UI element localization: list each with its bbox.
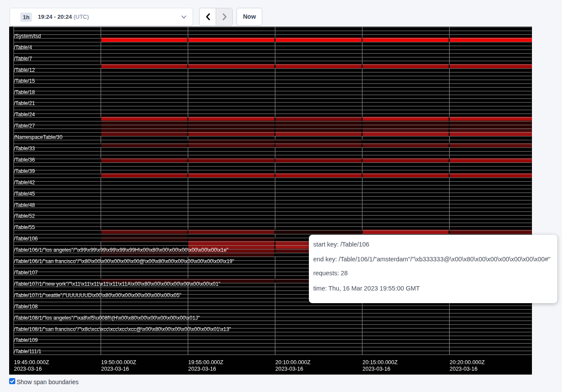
svg-text:/Table/106: /Table/106 (14, 236, 38, 242)
svg-text:2023-03-16: 2023-03-16 (101, 366, 129, 372)
svg-text:/Table/15: /Table/15 (14, 78, 35, 84)
svg-text:/Table/7: /Table/7 (14, 56, 32, 62)
svg-text:/Table/33: /Table/33 (14, 145, 35, 152)
svg-text:/Table/52: /Table/52 (14, 213, 35, 219)
svg-text:/Table/107/1/"seattle"/"UUUUUU: /Table/107/1/"seattle"/"UUUUUUD\x00\x80\… (14, 292, 181, 298)
svg-text:/Table/107: /Table/107 (14, 270, 38, 276)
svg-text:/Table/39: /Table/39 (14, 168, 35, 174)
svg-text:/Table/108: /Table/108 (14, 304, 38, 310)
svg-text:20:10:00.000Z: 20:10:00.000Z (275, 359, 311, 365)
svg-text:/Table/27: /Table/27 (14, 123, 35, 129)
svg-text:/System/tsd: /System/tsd (14, 33, 41, 39)
svg-text:/Table/111/1: /Table/111/1 (14, 348, 41, 355)
svg-text:/Table/4: /Table/4 (14, 44, 32, 51)
svg-text:/Table/106/1/"san francisco"/": /Table/106/1/"san francisco"/"\x80\x00\x… (14, 258, 234, 264)
svg-text:/Table/108/1/"san francisco"/": /Table/108/1/"san francisco"/"\x8c\xcc\x… (14, 326, 231, 332)
svg-text:2023-03-16: 2023-03-16 (188, 366, 216, 372)
svg-text:/Table/42: /Table/42 (14, 179, 35, 186)
svg-text:/Table/45: /Table/45 (14, 191, 35, 197)
svg-text:2023-03-16: 2023-03-16 (14, 366, 42, 372)
svg-text:/Table/36: /Table/36 (14, 157, 35, 163)
svg-text:/Table/48: /Table/48 (14, 202, 35, 208)
svg-text:/Table/12: /Table/12 (14, 67, 35, 73)
svg-text:/Table/55: /Table/55 (14, 224, 35, 230)
svg-text:2023-03-16: 2023-03-16 (450, 366, 477, 372)
svg-text:2023-03-16: 2023-03-16 (362, 366, 390, 372)
svg-text:20:15:00.000Z: 20:15:00.000Z (362, 359, 398, 365)
svg-text:/Table/21: /Table/21 (14, 100, 35, 106)
svg-text:20:20:00.000Z: 20:20:00.000Z (450, 359, 485, 365)
svg-text:/Table/107/1/"new york"/"\x11\: /Table/107/1/"new york"/"\x11\x11\x11\x1… (14, 281, 220, 287)
svg-text:19:50:00.000Z: 19:50:00.000Z (101, 359, 136, 365)
svg-text:/NamespaceTable/30: /NamespaceTable/30 (14, 134, 63, 140)
svg-text:2023-03-16: 2023-03-16 (275, 366, 303, 372)
svg-text:/Table/106/1/"los angeles"/"\x: /Table/106/1/"los angeles"/"\x99\x99\x99… (14, 247, 228, 253)
svg-text:/Table/18: /Table/18 (14, 89, 35, 95)
svg-text:/Table/109: /Table/109 (14, 337, 38, 343)
svg-text:/Table/24: /Table/24 (14, 112, 35, 118)
svg-text:/Table/108/1/"los angeles"/"\x: /Table/108/1/"los angeles"/"\xa8\xf5\u00… (14, 315, 200, 321)
svg-text:19:55:00.000Z: 19:55:00.000Z (188, 359, 223, 365)
svg-text:19:45:00.000Z: 19:45:00.000Z (14, 359, 49, 365)
